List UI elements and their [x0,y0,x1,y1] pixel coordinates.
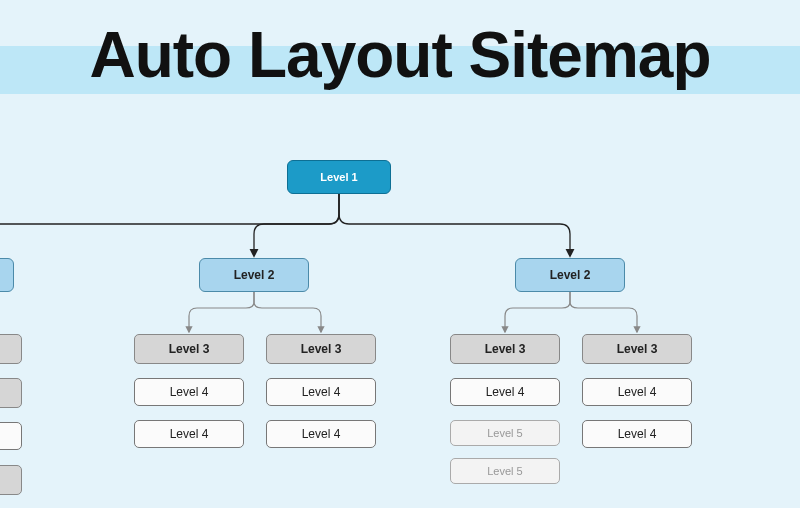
node-level-3[interactable]: Level 3 [582,334,692,364]
node-level-3-cut[interactable]: Level 3 [0,334,22,364]
node-level-4[interactable]: Level 4 [582,378,692,406]
node-level-2-cut[interactable]: Level 2 [0,258,14,292]
page-title: Auto Layout Sitemap [0,18,800,92]
node-level-4-cut[interactable]: Level 4 [0,422,22,450]
node-level-1[interactable]: Level 1 [287,160,391,194]
node-level-5[interactable]: Level 5 [450,420,560,446]
node-level-2[interactable]: Level 2 [515,258,625,292]
node-level-3[interactable]: Level 3 [134,334,244,364]
node-level-3[interactable]: Level 3 [450,334,560,364]
node-level-3[interactable]: Level 3 [266,334,376,364]
node-level-4[interactable]: Level 4 [134,420,244,448]
node-level-2[interactable]: Level 2 [199,258,309,292]
node-level-4[interactable]: Level 4 [582,420,692,448]
node-level-5[interactable]: Level 5 [450,458,560,484]
node-level-3-cut[interactable]: Level 3 [0,465,22,495]
node-level-4[interactable]: Level 4 [450,378,560,406]
node-level-4[interactable]: Level 4 [266,420,376,448]
node-level-4[interactable]: Level 4 [266,378,376,406]
node-level-3-cut[interactable]: Level 3 [0,378,22,408]
node-level-4[interactable]: Level 4 [134,378,244,406]
